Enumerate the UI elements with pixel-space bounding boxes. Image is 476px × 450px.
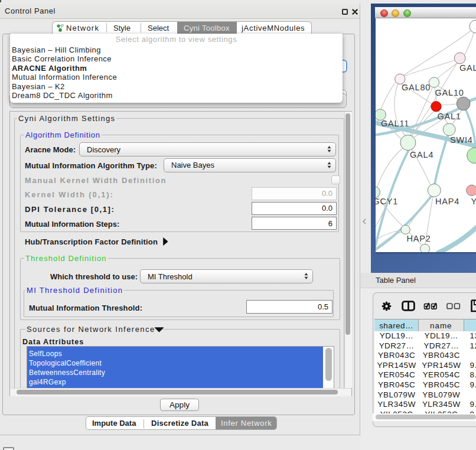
svg-text:GAL80: GAL80 [402,83,431,92]
svg-text:HAP4: HAP4 [435,197,459,206]
svg-text:GAL4: GAL4 [410,150,433,159]
svg-text:GAL11: GAL11 [381,119,409,128]
svg-text:HAP2: HAP2 [407,234,431,243]
svg-text:GCY1: GCY1 [376,197,398,206]
svg-text:GAL1: GAL1 [438,112,461,121]
svg-text:Y: Y [471,197,476,206]
svg-text:GAL10: GAL10 [435,88,464,97]
svg-text:SWI4: SWI4 [450,135,473,145]
svg-text:GAL: GAL [459,63,476,73]
